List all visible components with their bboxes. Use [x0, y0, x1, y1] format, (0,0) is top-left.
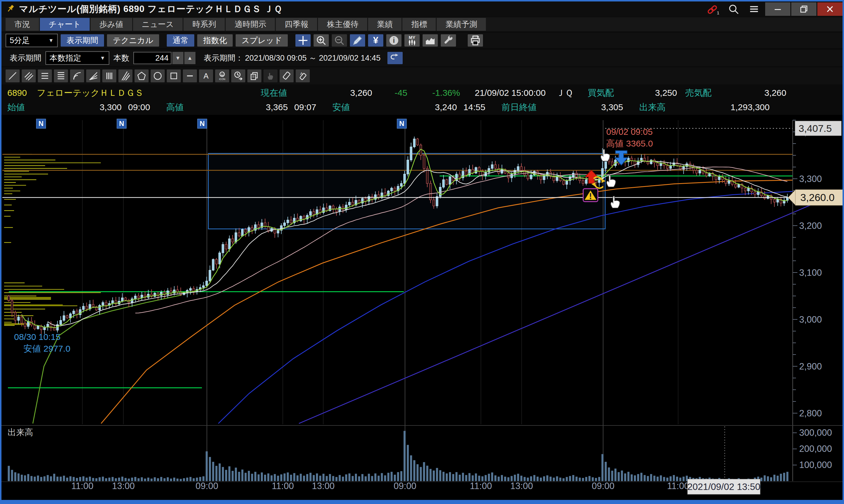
tab-時系列[interactable]: 時系列	[183, 18, 225, 31]
pentagon-tool[interactable]	[134, 69, 148, 82]
wrench-icon[interactable]	[441, 34, 456, 47]
printer-icon[interactable]	[468, 34, 483, 47]
hlines4-tool[interactable]	[54, 69, 68, 82]
crosshair-icon[interactable]	[295, 34, 311, 47]
tab-業績予測[interactable]: 業績予測	[437, 18, 486, 31]
volume-axis: 300,000200,000100,000	[793, 428, 832, 470]
button-表示期間[interactable]: 表示期間	[61, 34, 104, 47]
eraser-text-tool[interactable]: A	[296, 69, 310, 82]
hline-tool[interactable]	[183, 69, 197, 82]
quote-datetime: 21/09/02 15:00:00	[475, 88, 546, 98]
menu-icon[interactable]	[744, 2, 764, 16]
button-テクニカル[interactable]: テクニカル	[107, 34, 159, 47]
hand-tool[interactable]	[264, 69, 277, 82]
bar-count-input[interactable]	[133, 52, 172, 64]
interval-select[interactable]: 5分足 ▼	[5, 34, 58, 47]
svg-text:i: i	[393, 37, 395, 44]
ohlc-time-1: 09:07	[294, 102, 316, 112]
zoom-in-icon[interactable]	[313, 34, 329, 47]
zoom-out-icon[interactable]	[332, 34, 347, 47]
crosshair-tooltip: 2021/09/02 13:50	[687, 479, 760, 494]
pitchfork-tool[interactable]	[119, 69, 132, 82]
icon-stamp-tool[interactable]: ICON	[215, 69, 229, 82]
volume-pane-label: 出来高	[7, 428, 33, 437]
eraser-tool[interactable]	[280, 69, 294, 82]
yen-icon[interactable]: ¥	[368, 34, 383, 47]
bid-label: 買気配	[588, 87, 614, 99]
pencil-icon[interactable]	[350, 34, 365, 47]
svg-text:2,800: 2,800	[799, 408, 822, 418]
tab-チャート[interactable]: チャート	[40, 18, 90, 31]
fan-lines-tool[interactable]	[86, 69, 100, 82]
svg-text:13:00: 13:00	[312, 481, 335, 491]
window-title: マルチツール(個別銘柄) 6890 フェローテックＨＬＤＧＳ ＪＱ	[19, 3, 282, 15]
ohlc-value-1: 3,365	[194, 102, 288, 112]
button-スプレッド[interactable]: スプレッド	[236, 34, 288, 47]
minimize-button[interactable]	[765, 2, 790, 16]
rectangle-tool[interactable]	[167, 69, 181, 82]
svg-text:N: N	[119, 120, 124, 127]
area-chart-icon[interactable]	[423, 34, 438, 47]
tab-ニュース[interactable]: ニュース	[133, 18, 183, 31]
svg-text:2,900: 2,900	[799, 361, 822, 372]
ohlc-time-0: 09:00	[128, 102, 150, 112]
period-bar-label: 表示期間	[10, 53, 41, 63]
svg-text:300,000: 300,000	[799, 428, 832, 438]
svg-text:N: N	[399, 120, 404, 127]
tab-四季報[interactable]: 四季報	[276, 18, 317, 31]
ellipse-tool[interactable]	[151, 69, 165, 82]
interval-value: 5分足	[10, 35, 30, 46]
svg-text:11:00: 11:00	[272, 481, 294, 491]
market-code: ＪＱ	[556, 87, 573, 99]
warning-icon	[583, 189, 598, 202]
svg-text:3,100: 3,100	[799, 268, 822, 278]
session-high-tag: 3,407.5	[795, 121, 841, 136]
copy-tool[interactable]	[247, 69, 262, 82]
depth-segments	[4, 155, 101, 326]
trendline-tool[interactable]	[5, 69, 20, 82]
info-icon[interactable]: i	[386, 34, 401, 47]
svg-text:3,260.0: 3,260.0	[800, 192, 834, 203]
link-icon[interactable]: 1	[703, 2, 723, 16]
hatch-tool[interactable]	[22, 69, 36, 82]
count-down-button[interactable]: ▼	[172, 52, 183, 64]
count-mode-select[interactable]: 本数指定 ▼	[46, 51, 109, 65]
last-price-value: 3,260	[287, 88, 372, 98]
svg-text:ICON: ICON	[219, 78, 225, 80]
sell-signal-icon	[615, 150, 628, 165]
price-change: -45	[372, 88, 407, 98]
svg-text:3,200: 3,200	[799, 221, 822, 231]
tab-株主優待[interactable]: 株主優待	[318, 18, 367, 31]
tab-業績[interactable]: 業績	[368, 18, 401, 31]
svg-text:100,000: 100,000	[799, 460, 832, 470]
ask-value: 3,260	[712, 88, 786, 98]
price-chart[interactable]: NNNN3,4003,3003,2003,1003,0002,9002,8003…	[0, 115, 844, 504]
search-icon[interactable]	[723, 2, 744, 16]
vlines-tool[interactable]	[102, 69, 116, 82]
close-button[interactable]	[817, 2, 843, 16]
tab-適時開示[interactable]: 適時開示	[226, 18, 275, 31]
count-up-button[interactable]: ▲	[184, 52, 196, 64]
reset-range-button[interactable]	[388, 52, 403, 64]
button-指数化[interactable]: 指数化	[197, 34, 233, 47]
my-chart-icon[interactable]: MY	[405, 34, 420, 47]
time-cycle-tool[interactable]	[231, 69, 245, 82]
svg-text:200,000: 200,000	[799, 444, 832, 454]
window-border-left	[0, 0, 1, 504]
fibo-arc-tool[interactable]	[70, 69, 84, 82]
ohlc-label-0: 始値	[7, 102, 34, 113]
restore-button[interactable]	[791, 2, 816, 16]
tab-指標[interactable]: 指標	[402, 18, 436, 31]
svg-text:09:00: 09:00	[196, 481, 218, 491]
tab-市況[interactable]: 市況	[5, 18, 39, 31]
time-axis: 11:0013:0009:0011:0013:0009:0011:0013:00…	[71, 481, 689, 491]
button-通常[interactable]: 通常	[167, 34, 194, 47]
tab-歩み値[interactable]: 歩み値	[91, 18, 132, 31]
range-value: 2021/08/30 09:05 ～ 2021/09/02 14:45	[245, 53, 380, 63]
pin-icon	[5, 3, 16, 15]
svg-text:2021/09/02 13:50: 2021/09/02 13:50	[687, 482, 760, 492]
text-tool[interactable]: A	[199, 69, 213, 82]
hlines3-tool[interactable]	[38, 69, 52, 82]
count-label: 本数	[113, 53, 129, 63]
svg-text:08/30 10:15: 08/30 10:15	[14, 332, 60, 342]
